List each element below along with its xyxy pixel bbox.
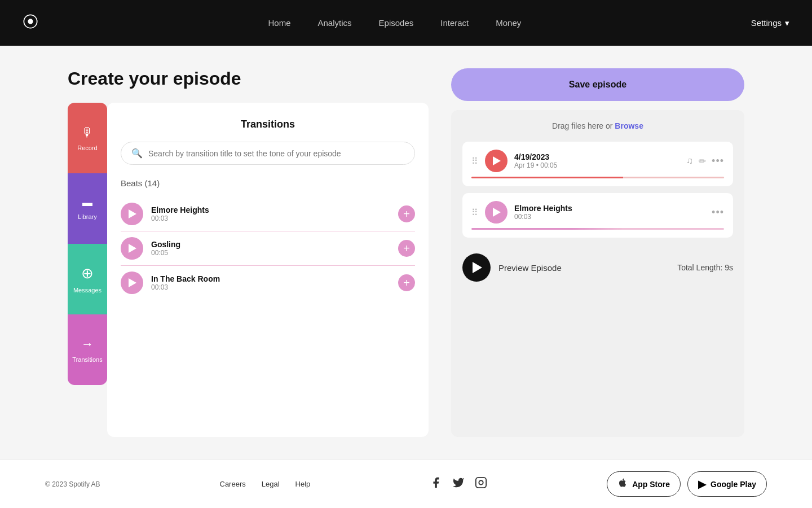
- search-icon: 🔍: [131, 148, 143, 159]
- edit-icon[interactable]: ✏: [699, 156, 706, 167]
- footer-legal-link[interactable]: Legal: [262, 480, 280, 488]
- microphone-icon: 🎙: [81, 125, 94, 140]
- settings-button[interactable]: Settings ▾: [751, 18, 789, 28]
- ep-play-recording-button[interactable]: [485, 150, 508, 172]
- browse-link[interactable]: Browse: [615, 121, 643, 130]
- sidebar-transitions-label: Transitions: [72, 356, 102, 363]
- track-name: In The Back Room: [151, 274, 220, 283]
- nav-analytics[interactable]: Analytics: [318, 18, 352, 28]
- add-gosling-button[interactable]: +: [398, 240, 415, 257]
- google-play-button[interactable]: ▶ Google Play: [687, 471, 767, 497]
- footer: © 2023 Spotify AB Careers Legal Help App…: [0, 459, 812, 508]
- google-play-label: Google Play: [710, 480, 756, 489]
- nav-home[interactable]: Home: [268, 18, 290, 28]
- track-duration: 00:03: [151, 214, 209, 222]
- page-title: Create your episode: [68, 68, 429, 89]
- chevron-down-icon: ▾: [785, 18, 789, 28]
- ep-actions: ♫ ✏ •••: [686, 155, 724, 167]
- save-episode-button[interactable]: Save episode: [451, 68, 744, 101]
- sidebar-item-transitions[interactable]: → Transitions: [68, 314, 107, 385]
- ep-track-info: Elmore Heights 00:03: [514, 204, 572, 221]
- preview-bar: Preview Episode Total Length: 9s: [462, 244, 733, 282]
- ep-progress-bar: [471, 177, 724, 178]
- play-elmore-heights-button[interactable]: [121, 203, 143, 225]
- ep-track-left: ⠿ Elmore Heights 00:03: [471, 201, 572, 224]
- more-options-transition-button[interactable]: •••: [712, 207, 724, 218]
- drag-area: Drag files here or Browse: [462, 121, 733, 130]
- ep-play-transition-button[interactable]: [485, 201, 508, 224]
- play-gosling-button[interactable]: [121, 237, 143, 260]
- track-name: Gosling: [151, 240, 180, 249]
- episode-track-recording: ⠿ 4/19/2023 Apr 19 • 00:05 ♫ ✏ •••: [462, 142, 733, 186]
- search-box: 🔍: [121, 142, 415, 165]
- ep-subtitle: 00:03: [514, 213, 572, 221]
- play-in-the-back-room-button[interactable]: [121, 271, 143, 294]
- library-icon: ▬: [82, 197, 92, 209]
- track-info: In The Back Room 00:03: [151, 274, 220, 291]
- logo: [23, 14, 38, 32]
- main-nav: Home Analytics Episodes Interact Money: [268, 18, 521, 28]
- add-in-the-back-room-button[interactable]: +: [398, 274, 415, 291]
- app-store-label: App Store: [632, 480, 670, 489]
- nav-episodes[interactable]: Episodes: [379, 18, 414, 28]
- drag-handle[interactable]: ⠿: [471, 156, 478, 167]
- sidebar-messages-label: Messages: [73, 287, 102, 294]
- ep-progress-bar: [471, 228, 724, 230]
- twitter-icon[interactable]: [452, 476, 465, 492]
- nav-money[interactable]: Money: [496, 18, 521, 28]
- transitions-icon: →: [81, 337, 94, 352]
- preview-episode-button[interactable]: [462, 253, 491, 282]
- footer-links: Careers Legal Help: [220, 480, 311, 488]
- ep-title: 4/19/2023: [514, 152, 557, 161]
- google-play-icon: ▶: [698, 478, 706, 491]
- sidebar-record-label: Record: [77, 144, 97, 151]
- music-note-icon[interactable]: ♫: [686, 156, 693, 166]
- nav-interact[interactable]: Interact: [440, 18, 469, 28]
- track-item: In The Back Room 00:03 +: [121, 266, 415, 300]
- app-store-button[interactable]: App Store: [607, 471, 681, 497]
- ep-actions: •••: [712, 207, 724, 218]
- ep-title: Elmore Heights: [514, 204, 572, 213]
- navbar: Home Analytics Episodes Interact Money S…: [0, 0, 812, 46]
- beats-header: Beats (14): [121, 178, 415, 188]
- track-name: Elmore Heights: [151, 205, 209, 214]
- transitions-panel: Transitions 🔍 Beats (14) Elmore Heights …: [107, 103, 429, 437]
- track-item: Elmore Heights 00:03 +: [121, 197, 415, 231]
- ep-subtitle: Apr 19 • 00:05: [514, 161, 557, 169]
- main-content: Create your episode 🎙 Record ▬ Library ⊕…: [0, 46, 812, 459]
- sidebar-library-label: Library: [78, 213, 97, 220]
- add-elmore-heights-button[interactable]: +: [398, 205, 415, 222]
- sidebar-item-messages[interactable]: ⊕ Messages: [68, 244, 107, 314]
- track-duration: 00:05: [151, 249, 180, 257]
- ep-track-info: 4/19/2023 Apr 19 • 00:05: [514, 152, 557, 169]
- apple-icon: [617, 478, 628, 491]
- track-item: Gosling 00:05 +: [121, 231, 415, 266]
- track-left: In The Back Room 00:03: [121, 271, 220, 294]
- instagram-icon[interactable]: [475, 476, 487, 492]
- total-length: Total Length: 9s: [677, 263, 733, 272]
- footer-help-link[interactable]: Help: [295, 480, 311, 488]
- track-left: Elmore Heights 00:03: [121, 203, 209, 225]
- right-panel: Save episode Drag files here or Browse ⠿…: [451, 68, 744, 437]
- drag-handle[interactable]: ⠿: [471, 207, 478, 218]
- track-info: Gosling 00:05: [151, 240, 180, 257]
- ep-track-left: ⠿ 4/19/2023 Apr 19 • 00:05: [471, 150, 557, 172]
- sidebar-item-library[interactable]: ▬ Library: [68, 173, 107, 244]
- footer-social: [430, 476, 487, 492]
- episode-panel: Drag files here or Browse ⠿ 4/19/2023 Ap…: [451, 110, 744, 437]
- sidebar-item-record[interactable]: 🎙 Record: [68, 103, 107, 173]
- sidebar: 🎙 Record ▬ Library ⊕ Messages → Transiti…: [68, 103, 107, 385]
- facebook-icon[interactable]: [430, 476, 442, 492]
- track-left: Gosling 00:05: [121, 237, 180, 260]
- footer-careers-link[interactable]: Careers: [220, 480, 246, 488]
- episode-track-top: ⠿ Elmore Heights 00:03 •••: [471, 201, 724, 224]
- content-row: 🎙 Record ▬ Library ⊕ Messages → Transiti…: [68, 103, 429, 437]
- track-duration: 00:03: [151, 283, 220, 291]
- track-info: Elmore Heights 00:03: [151, 205, 209, 222]
- transitions-title: Transitions: [121, 119, 415, 130]
- more-options-button[interactable]: •••: [712, 155, 724, 167]
- search-input[interactable]: [148, 149, 404, 158]
- svg-rect-2: [476, 478, 486, 488]
- copyright: © 2023 Spotify AB: [45, 480, 100, 488]
- preview-label: Preview Episode: [498, 263, 677, 273]
